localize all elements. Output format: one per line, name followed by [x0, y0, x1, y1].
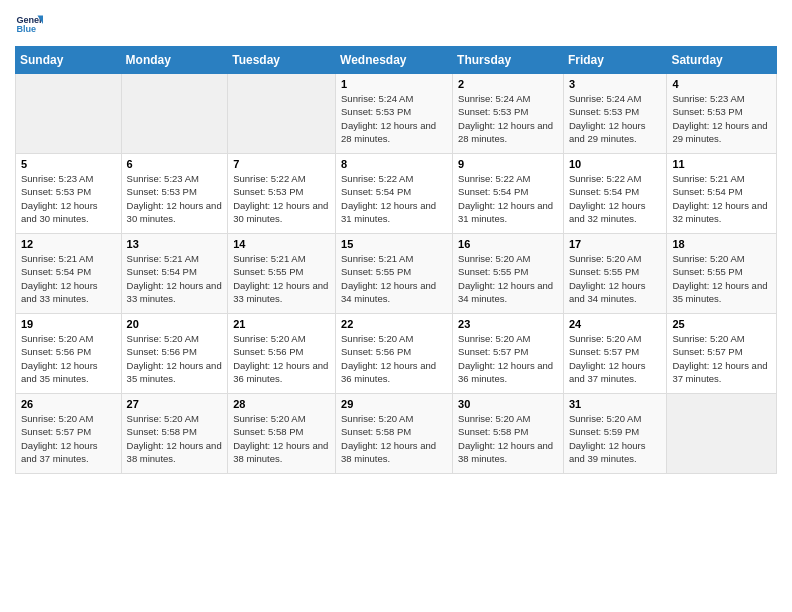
day-number: 18 — [672, 238, 771, 250]
day-info: Sunrise: 5:21 AMSunset: 5:55 PMDaylight:… — [233, 252, 330, 305]
week-row-3: 12Sunrise: 5:21 AMSunset: 5:54 PMDayligh… — [16, 234, 777, 314]
day-info: Sunrise: 5:20 AMSunset: 5:57 PMDaylight:… — [458, 332, 558, 385]
calendar-cell: 17Sunrise: 5:20 AMSunset: 5:55 PMDayligh… — [563, 234, 666, 314]
header: General Blue — [15, 10, 777, 38]
day-info: Sunrise: 5:20 AMSunset: 5:55 PMDaylight:… — [569, 252, 661, 305]
day-info: Sunrise: 5:22 AMSunset: 5:54 PMDaylight:… — [458, 172, 558, 225]
calendar-cell: 30Sunrise: 5:20 AMSunset: 5:58 PMDayligh… — [453, 394, 564, 474]
calendar-cell: 12Sunrise: 5:21 AMSunset: 5:54 PMDayligh… — [16, 234, 122, 314]
day-info: Sunrise: 5:21 AMSunset: 5:54 PMDaylight:… — [672, 172, 771, 225]
header-day-thursday: Thursday — [453, 47, 564, 74]
day-number: 26 — [21, 398, 116, 410]
day-info: Sunrise: 5:20 AMSunset: 5:58 PMDaylight:… — [233, 412, 330, 465]
day-number: 29 — [341, 398, 447, 410]
day-info: Sunrise: 5:20 AMSunset: 5:58 PMDaylight:… — [341, 412, 447, 465]
day-number: 9 — [458, 158, 558, 170]
day-info: Sunrise: 5:24 AMSunset: 5:53 PMDaylight:… — [569, 92, 661, 145]
week-row-5: 26Sunrise: 5:20 AMSunset: 5:57 PMDayligh… — [16, 394, 777, 474]
day-number: 14 — [233, 238, 330, 250]
day-info: Sunrise: 5:20 AMSunset: 5:56 PMDaylight:… — [21, 332, 116, 385]
calendar-cell: 6Sunrise: 5:23 AMSunset: 5:53 PMDaylight… — [121, 154, 228, 234]
header-day-friday: Friday — [563, 47, 666, 74]
calendar-cell: 20Sunrise: 5:20 AMSunset: 5:56 PMDayligh… — [121, 314, 228, 394]
day-number: 16 — [458, 238, 558, 250]
day-info: Sunrise: 5:22 AMSunset: 5:54 PMDaylight:… — [569, 172, 661, 225]
day-info: Sunrise: 5:24 AMSunset: 5:53 PMDaylight:… — [458, 92, 558, 145]
week-row-1: 1Sunrise: 5:24 AMSunset: 5:53 PMDaylight… — [16, 74, 777, 154]
day-info: Sunrise: 5:20 AMSunset: 5:58 PMDaylight:… — [127, 412, 223, 465]
calendar-cell: 14Sunrise: 5:21 AMSunset: 5:55 PMDayligh… — [228, 234, 336, 314]
day-number: 25 — [672, 318, 771, 330]
day-number: 23 — [458, 318, 558, 330]
day-number: 8 — [341, 158, 447, 170]
day-info: Sunrise: 5:23 AMSunset: 5:53 PMDaylight:… — [672, 92, 771, 145]
calendar-cell: 9Sunrise: 5:22 AMSunset: 5:54 PMDaylight… — [453, 154, 564, 234]
calendar-cell — [228, 74, 336, 154]
calendar-cell: 18Sunrise: 5:20 AMSunset: 5:55 PMDayligh… — [667, 234, 777, 314]
calendar-cell — [667, 394, 777, 474]
week-row-4: 19Sunrise: 5:20 AMSunset: 5:56 PMDayligh… — [16, 314, 777, 394]
day-info: Sunrise: 5:20 AMSunset: 5:57 PMDaylight:… — [569, 332, 661, 385]
day-number: 7 — [233, 158, 330, 170]
calendar-cell: 22Sunrise: 5:20 AMSunset: 5:56 PMDayligh… — [336, 314, 453, 394]
day-number: 1 — [341, 78, 447, 90]
calendar-cell: 28Sunrise: 5:20 AMSunset: 5:58 PMDayligh… — [228, 394, 336, 474]
header-day-tuesday: Tuesday — [228, 47, 336, 74]
calendar-cell: 13Sunrise: 5:21 AMSunset: 5:54 PMDayligh… — [121, 234, 228, 314]
day-info: Sunrise: 5:21 AMSunset: 5:54 PMDaylight:… — [21, 252, 116, 305]
day-info: Sunrise: 5:20 AMSunset: 5:55 PMDaylight:… — [672, 252, 771, 305]
calendar-cell: 2Sunrise: 5:24 AMSunset: 5:53 PMDaylight… — [453, 74, 564, 154]
day-number: 6 — [127, 158, 223, 170]
day-info: Sunrise: 5:22 AMSunset: 5:54 PMDaylight:… — [341, 172, 447, 225]
day-number: 22 — [341, 318, 447, 330]
day-info: Sunrise: 5:23 AMSunset: 5:53 PMDaylight:… — [127, 172, 223, 225]
calendar-cell: 5Sunrise: 5:23 AMSunset: 5:53 PMDaylight… — [16, 154, 122, 234]
calendar-cell: 25Sunrise: 5:20 AMSunset: 5:57 PMDayligh… — [667, 314, 777, 394]
header-day-wednesday: Wednesday — [336, 47, 453, 74]
day-info: Sunrise: 5:20 AMSunset: 5:56 PMDaylight:… — [341, 332, 447, 385]
calendar-cell: 7Sunrise: 5:22 AMSunset: 5:53 PMDaylight… — [228, 154, 336, 234]
day-number: 27 — [127, 398, 223, 410]
day-info: Sunrise: 5:20 AMSunset: 5:57 PMDaylight:… — [672, 332, 771, 385]
calendar-cell: 24Sunrise: 5:20 AMSunset: 5:57 PMDayligh… — [563, 314, 666, 394]
day-number: 31 — [569, 398, 661, 410]
day-info: Sunrise: 5:20 AMSunset: 5:56 PMDaylight:… — [127, 332, 223, 385]
calendar-cell: 26Sunrise: 5:20 AMSunset: 5:57 PMDayligh… — [16, 394, 122, 474]
calendar-header-row: SundayMondayTuesdayWednesdayThursdayFrid… — [16, 47, 777, 74]
calendar-cell: 4Sunrise: 5:23 AMSunset: 5:53 PMDaylight… — [667, 74, 777, 154]
day-number: 4 — [672, 78, 771, 90]
day-info: Sunrise: 5:21 AMSunset: 5:54 PMDaylight:… — [127, 252, 223, 305]
day-number: 10 — [569, 158, 661, 170]
calendar-cell: 11Sunrise: 5:21 AMSunset: 5:54 PMDayligh… — [667, 154, 777, 234]
calendar-cell: 15Sunrise: 5:21 AMSunset: 5:55 PMDayligh… — [336, 234, 453, 314]
day-number: 12 — [21, 238, 116, 250]
calendar-cell: 10Sunrise: 5:22 AMSunset: 5:54 PMDayligh… — [563, 154, 666, 234]
calendar-table: SundayMondayTuesdayWednesdayThursdayFrid… — [15, 46, 777, 474]
calendar-cell: 23Sunrise: 5:20 AMSunset: 5:57 PMDayligh… — [453, 314, 564, 394]
day-number: 13 — [127, 238, 223, 250]
day-number: 19 — [21, 318, 116, 330]
day-info: Sunrise: 5:21 AMSunset: 5:55 PMDaylight:… — [341, 252, 447, 305]
day-info: Sunrise: 5:23 AMSunset: 5:53 PMDaylight:… — [21, 172, 116, 225]
day-number: 5 — [21, 158, 116, 170]
calendar-cell — [121, 74, 228, 154]
calendar-cell: 3Sunrise: 5:24 AMSunset: 5:53 PMDaylight… — [563, 74, 666, 154]
calendar-cell: 31Sunrise: 5:20 AMSunset: 5:59 PMDayligh… — [563, 394, 666, 474]
day-number: 24 — [569, 318, 661, 330]
day-info: Sunrise: 5:20 AMSunset: 5:56 PMDaylight:… — [233, 332, 330, 385]
calendar-cell — [16, 74, 122, 154]
day-number: 11 — [672, 158, 771, 170]
svg-text:Blue: Blue — [16, 24, 36, 34]
general-blue-logo-icon: General Blue — [15, 10, 43, 38]
week-row-2: 5Sunrise: 5:23 AMSunset: 5:53 PMDaylight… — [16, 154, 777, 234]
day-info: Sunrise: 5:20 AMSunset: 5:55 PMDaylight:… — [458, 252, 558, 305]
day-info: Sunrise: 5:20 AMSunset: 5:58 PMDaylight:… — [458, 412, 558, 465]
header-day-saturday: Saturday — [667, 47, 777, 74]
day-number: 30 — [458, 398, 558, 410]
day-number: 21 — [233, 318, 330, 330]
calendar-cell: 8Sunrise: 5:22 AMSunset: 5:54 PMDaylight… — [336, 154, 453, 234]
day-number: 15 — [341, 238, 447, 250]
day-number: 20 — [127, 318, 223, 330]
calendar-cell: 1Sunrise: 5:24 AMSunset: 5:53 PMDaylight… — [336, 74, 453, 154]
day-info: Sunrise: 5:24 AMSunset: 5:53 PMDaylight:… — [341, 92, 447, 145]
